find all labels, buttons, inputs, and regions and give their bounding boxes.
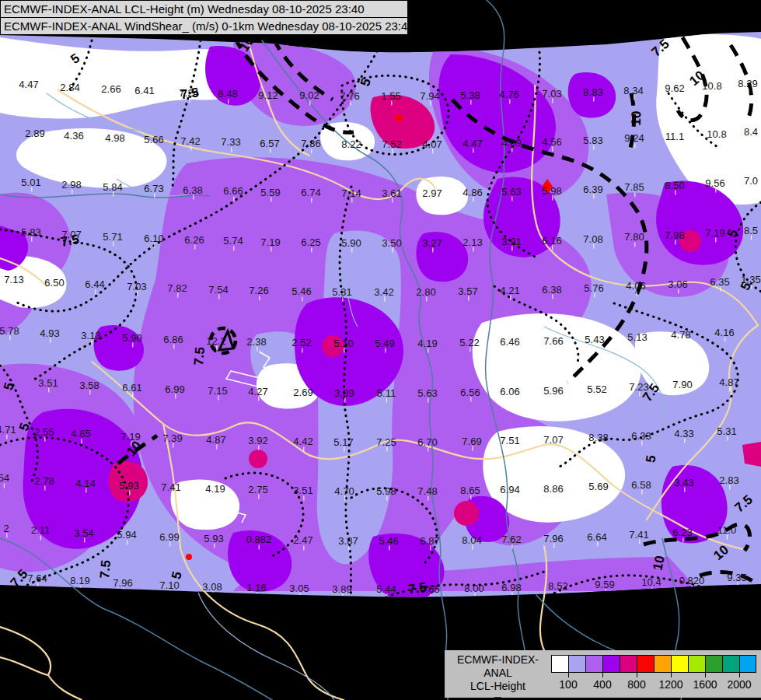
contour-label: 7.5	[180, 85, 200, 103]
legend-swatch	[654, 655, 671, 673]
contour-label: 10	[629, 110, 645, 126]
legend-swatch	[739, 655, 756, 673]
legend-swatch	[722, 655, 739, 673]
legend: ECMWF-INDEX-ANAL LCL-Height m 1004008001…	[445, 650, 761, 698]
contour-label: 7.5	[407, 579, 428, 597]
legend-tick	[568, 673, 569, 677]
title-line-windshear: ECMWF-INDEX-ANAL WindShear_ (m/s) 0-1km …	[1, 18, 407, 34]
legend-title: ECMWF-INDEX-ANAL	[445, 653, 551, 680]
legend-tick	[739, 673, 740, 677]
weather-map-screen: 4.472.842.666.417.248.489.129.027.761.55…	[0, 0, 761, 700]
legend-tick	[705, 673, 706, 677]
legend-text: ECMWF-INDEX-ANAL LCL-Height m	[445, 653, 551, 700]
contour-label: 7.5	[191, 346, 208, 366]
legend-swatch	[585, 655, 602, 673]
legend-swatch	[568, 655, 585, 673]
contour-label: 7.5	[97, 559, 114, 579]
legend-swatch	[602, 655, 620, 673]
title-line-lcl: ECMWF-INDEX-ANAL LCL-Height (m) Wednesda…	[1, 1, 407, 18]
legend-swatch	[671, 655, 688, 673]
legend-tick-label: 1600	[693, 678, 717, 691]
legend-swatch	[620, 655, 637, 673]
legend-swatch	[551, 655, 568, 673]
legend-subtitle: LCL-Height	[445, 680, 551, 693]
legend-tick-label: 1200	[658, 678, 682, 691]
legend-swatch	[688, 655, 705, 673]
weather-map	[0, 0, 761, 700]
legend-tick	[637, 673, 637, 677]
legend-tick	[602, 673, 603, 677]
legend-swatch	[705, 655, 722, 673]
contour-label: 7.5	[60, 232, 81, 250]
legend-swatch	[637, 655, 654, 673]
legend-swatches	[551, 655, 756, 673]
legend-ticks: 100400800120016002000	[551, 673, 756, 695]
legend-tick-label: 800	[627, 678, 645, 691]
legend-tick-label: 400	[593, 678, 611, 691]
title-bars: ECMWF-INDEX-ANAL LCL-Height (m) Wednesda…	[0, 0, 408, 35]
legend-tick	[671, 673, 672, 677]
lcl-fill-layer	[0, 0, 761, 700]
legend-unit: m	[445, 693, 551, 700]
contour-label: 10	[650, 555, 668, 572]
legend-tick-label: 100	[559, 678, 577, 691]
legend-tick-label: 2000	[727, 678, 751, 691]
